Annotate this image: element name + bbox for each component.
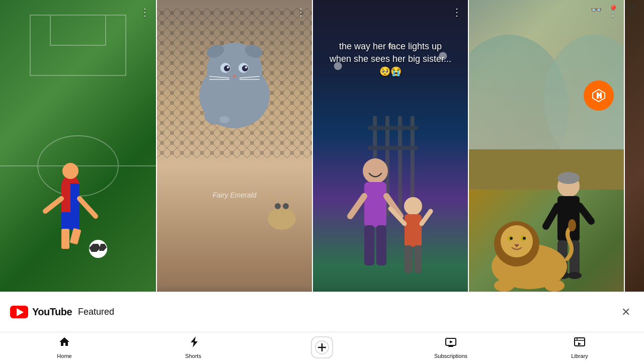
svg-rect-11: [61, 229, 69, 249]
svg-point-37: [283, 203, 289, 209]
add-button[interactable]: [311, 336, 333, 358]
svg-rect-12: [69, 228, 81, 244]
svg-point-79: [494, 280, 514, 292]
svg-rect-49: [364, 225, 374, 265]
featured-bar: YouTube Featured ✕: [0, 292, 644, 332]
home-icon: [58, 336, 70, 351]
svg-rect-50: [376, 225, 386, 265]
svg-point-34: [268, 208, 296, 230]
shorts-icon: [187, 336, 199, 351]
svg-line-14: [45, 199, 61, 211]
svg-rect-48: [364, 182, 386, 227]
short-card-4[interactable]: ⋮ Scaring a Lion 🦁 #shorts 201M views: [468, 0, 624, 332]
svg-rect-56: [414, 245, 422, 273]
short-card-1[interactable]: ⋮ Puyol Best Defending 11M views: [0, 0, 156, 332]
subscriptions-icon: [445, 336, 457, 351]
short-card-2[interactable]: Fairy Emerald ⋮ Hey one in a million lov…: [156, 0, 312, 332]
svg-point-25: [242, 65, 248, 71]
shorts-label: Shorts: [185, 353, 201, 359]
svg-rect-4: [50, 15, 106, 45]
vr-icon: 👓: [591, 5, 602, 16]
svg-rect-10: [70, 212, 79, 230]
svg-rect-54: [405, 214, 422, 247]
svg-point-26: [227, 66, 229, 68]
card-watermark-2: Fairy Emerald: [212, 191, 256, 199]
svg-rect-9: [61, 212, 70, 230]
featured-label: Featured: [78, 307, 114, 317]
card-menu-1[interactable]: ⋮: [140, 6, 150, 18]
nav-shorts[interactable]: Shorts: [129, 336, 258, 359]
svg-point-36: [275, 203, 281, 209]
youtube-icon: [10, 306, 28, 318]
home-label: Home: [57, 353, 71, 359]
svg-line-51: [350, 196, 364, 216]
shorts-grid: ⋮ Puyol Best Defending 11M views: [0, 0, 644, 332]
svg-point-76: [510, 237, 513, 240]
svg-text:5: 5: [632, 5, 634, 9]
svg-point-73: [501, 225, 533, 257]
youtube-logo: YouTube: [10, 306, 72, 318]
svg-rect-45: [368, 126, 418, 130]
card-overlay-text-3: the way her face lights up when she sees…: [329, 40, 452, 78]
svg-line-58: [422, 211, 431, 224]
svg-point-80: [544, 280, 565, 292]
bottom-nav: Home Shorts: [0, 332, 644, 362]
nav-library[interactable]: Library: [515, 336, 644, 359]
nav-subscriptions[interactable]: Subscriptions: [386, 336, 515, 359]
svg-line-15: [79, 199, 96, 216]
svg-point-77: [523, 237, 526, 240]
youtube-wordmark: YouTube: [32, 306, 72, 318]
card-menu-3[interactable]: ⋮: [452, 6, 462, 18]
svg-rect-92: [575, 338, 585, 346]
svg-rect-84: [597, 94, 602, 96]
subscriptions-label: Subscriptions: [434, 353, 467, 359]
svg-marker-95: [578, 342, 581, 345]
library-icon: [574, 336, 586, 351]
svg-line-65: [580, 206, 591, 221]
svg-point-27: [245, 66, 247, 68]
nav-home[interactable]: Home: [0, 336, 129, 359]
svg-marker-89: [450, 340, 453, 343]
svg-point-78: [568, 219, 576, 231]
close-featured-button[interactable]: ✕: [618, 304, 634, 320]
short-card-5[interactable]: H... 18...: [624, 0, 644, 332]
svg-rect-55: [405, 245, 412, 273]
svg-point-6: [62, 163, 78, 179]
svg-point-24: [224, 65, 230, 71]
nav-add[interactable]: [258, 336, 386, 358]
channel-logo-4: [584, 80, 614, 111]
svg-point-47: [363, 158, 388, 184]
status-bar: 👓 📍 5: [584, 0, 644, 20]
wifi-icon: 5: [625, 5, 636, 16]
short-card-3[interactable]: the way her face lights up when she sees…: [312, 0, 468, 332]
location-icon: 📍: [608, 5, 619, 16]
svg-point-33: [219, 116, 229, 123]
svg-point-70: [557, 172, 580, 184]
library-label: Library: [571, 353, 588, 359]
svg-point-53: [404, 197, 422, 215]
card-menu-2[interactable]: ⋮: [296, 6, 306, 18]
